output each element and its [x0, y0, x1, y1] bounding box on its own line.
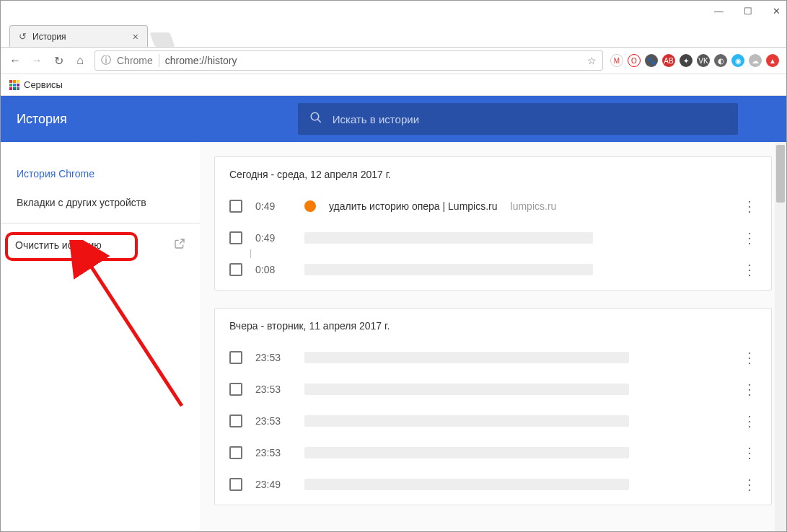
address-bar[interactable]: ⓘ Chrome chrome://history ☆: [94, 50, 603, 71]
page-header: История: [1, 96, 786, 142]
tab-title: История: [32, 32, 66, 42]
entry-time: 23:53: [255, 447, 291, 458]
history-entry[interactable]: 0:49 ⋮: [215, 222, 771, 254]
entry-time: 0:08: [255, 264, 291, 275]
more-menu-icon[interactable]: ⋮: [742, 476, 757, 493]
entry-time: 23:49: [255, 479, 291, 490]
entry-time: 23:53: [255, 352, 291, 363]
reload-button[interactable]: ↻: [51, 54, 66, 68]
entry-checkbox[interactable]: [229, 200, 242, 213]
entry-checkbox[interactable]: [229, 263, 242, 276]
entry-checkbox[interactable]: [229, 446, 242, 459]
history-section-yesterday: Вчера - вторник, 11 апреля 2017 г. 23:53…: [214, 308, 772, 505]
more-menu-icon[interactable]: ⋮: [742, 412, 757, 430]
url-scheme-label: Chrome: [117, 55, 153, 66]
history-entry[interactable]: 23:53 ⋮: [215, 437, 771, 469]
site-info-icon[interactable]: ⓘ: [101, 54, 111, 67]
new-tab-button[interactable]: [149, 32, 175, 47]
open-external-icon: [174, 238, 185, 252]
more-menu-icon[interactable]: ⋮: [742, 198, 757, 215]
page-title: История: [17, 112, 67, 127]
divider: [159, 54, 159, 67]
entry-domain: lumpics.ru: [511, 200, 729, 212]
history-entry[interactable]: 23:53 ⋮: [215, 405, 771, 437]
ext-icon-3[interactable]: ◉: [731, 54, 744, 67]
close-icon[interactable]: ×: [133, 31, 139, 43]
window-close[interactable]: ✕: [773, 6, 781, 17]
history-entry[interactable]: 0:08 ⋮: [215, 254, 771, 285]
history-icon: ↺: [19, 31, 27, 42]
entry-checkbox[interactable]: [229, 383, 242, 396]
history-section-today: Сегодня - среда, 12 апреля 2017 г. 0:49 …: [214, 156, 772, 291]
clear-history-label: Очистить историю: [15, 239, 102, 251]
sidebar-item-clear-history[interactable]: Очистить историю: [1, 229, 200, 261]
paw-ext-icon[interactable]: 🐾: [645, 54, 658, 67]
browser-tab-history[interactable]: ↺ История ×: [9, 25, 148, 47]
window-maximize[interactable]: ☐: [744, 6, 752, 17]
sidebar-item-other-devices[interactable]: Вкладки с других устройств: [1, 188, 200, 217]
apps-icon[interactable]: [9, 80, 19, 90]
entry-title-redacted: [304, 479, 629, 490]
sidebar: История Chrome Вкладки с других устройст…: [1, 142, 200, 531]
home-button[interactable]: ⌂: [73, 54, 87, 67]
entry-title-redacted: [304, 447, 629, 458]
history-entry[interactable]: 23:53 ⋮: [215, 373, 771, 405]
entry-checkbox[interactable]: [229, 414, 242, 427]
entry-title-redacted: [304, 352, 629, 363]
search-input[interactable]: [333, 113, 726, 125]
entry-checkbox[interactable]: [229, 478, 242, 491]
entry-checkbox[interactable]: [229, 231, 242, 244]
adblock-icon[interactable]: AB: [662, 54, 675, 67]
entry-title-redacted: [304, 384, 629, 395]
extension-icons: M O 🐾 AB ✦ VK ◐ ◉ ☁ ▲: [610, 54, 779, 67]
scrollbar[interactable]: [775, 142, 786, 531]
entry-title[interactable]: удалить историю опера | Lumpics.ru: [329, 200, 498, 212]
more-menu-icon[interactable]: ⋮: [742, 381, 757, 398]
more-menu-icon[interactable]: ⋮: [742, 444, 757, 461]
history-entry[interactable]: 23:49 ⋮: [215, 469, 771, 500]
window-controls: — ☐ ✕: [1, 1, 786, 21]
entry-time: 23:53: [255, 415, 291, 427]
svg-line-1: [317, 119, 321, 123]
tab-strip: ↺ История ×: [1, 21, 786, 47]
ext-icon-1[interactable]: ✦: [680, 54, 693, 67]
section-heading: Сегодня - среда, 12 апреля 2017 г.: [215, 169, 771, 190]
entry-time: 23:53: [255, 384, 291, 395]
entry-title-redacted: [304, 415, 629, 427]
ext-icon-5[interactable]: ▲: [766, 54, 779, 67]
page: История История Chrome Вкладки с других …: [1, 96, 786, 531]
history-entry[interactable]: 23:53 ⋮: [215, 342, 771, 373]
back-button[interactable]: ←: [8, 54, 22, 67]
ext-icon-2[interactable]: ◐: [714, 54, 727, 67]
more-menu-icon[interactable]: ⋮: [742, 229, 757, 247]
more-menu-icon[interactable]: ⋮: [742, 349, 757, 366]
entry-title-redacted: [304, 232, 593, 244]
apps-label[interactable]: Сервисы: [24, 79, 63, 90]
gmail-icon[interactable]: M: [610, 54, 623, 67]
url-text: chrome://history: [165, 55, 237, 66]
entry-checkbox[interactable]: [229, 351, 242, 364]
forward-button: →: [30, 54, 44, 67]
vk-ext-icon[interactable]: VK: [697, 54, 710, 67]
entry-time: 0:49: [255, 200, 291, 212]
sidebar-item-history-chrome[interactable]: История Chrome: [1, 159, 200, 188]
ext-icon-4[interactable]: ☁: [749, 54, 762, 67]
history-entry[interactable]: 0:49 удалить историю опера | Lumpics.ru …: [215, 190, 771, 222]
divider: [1, 223, 200, 223]
svg-point-0: [311, 112, 319, 120]
opera-ext-icon[interactable]: O: [628, 54, 641, 67]
bookmarks-bar: Сервисы: [1, 74, 786, 96]
more-menu-icon[interactable]: ⋮: [742, 261, 757, 278]
history-search[interactable]: [298, 103, 738, 135]
section-heading: Вчера - вторник, 11 апреля 2017 г.: [215, 320, 771, 342]
entry-title-redacted: [304, 264, 593, 275]
history-main: Сегодня - среда, 12 апреля 2017 г. 0:49 …: [200, 142, 786, 531]
window-minimize[interactable]: —: [714, 6, 724, 17]
entry-time: 0:49: [255, 232, 291, 244]
favicon-icon: [304, 200, 316, 212]
search-icon: [309, 111, 322, 127]
toolbar: ← → ↻ ⌂ ⓘ Chrome chrome://history ☆ M O …: [1, 47, 786, 74]
bookmark-star-icon[interactable]: ☆: [587, 55, 597, 66]
